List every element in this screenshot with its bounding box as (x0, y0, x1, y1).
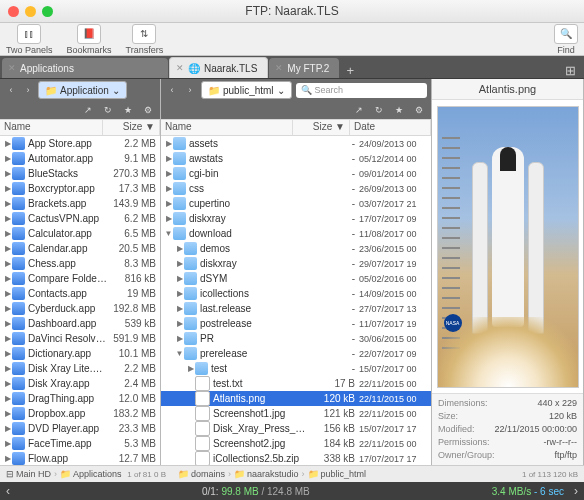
mid-pane: ‹ › 📁public_html ⌄ 🔍Search ↗ ↻ ★ ⚙ Name … (161, 79, 432, 465)
tab-bar: ✕ Applications ✕🌐 Naarak.TLS ✕ My FTP.2 … (0, 56, 584, 79)
list-item[interactable]: ▶PR-30/06/2015 00 (161, 331, 431, 346)
left-pathbar: ‹ › 📁Application ⌄ (0, 79, 160, 101)
find-label: Find (557, 45, 575, 55)
prev-transfer-button[interactable]: ‹ (6, 484, 20, 498)
close-tab-icon[interactable]: ✕ (8, 63, 16, 73)
left-breadcrumb[interactable]: ⊟ Main HD› 📁 Applications 1 of 81 0 B (0, 465, 172, 482)
list-item[interactable]: iCollections2.5b.zip338 kB17/07/2017 17 (161, 451, 431, 465)
folder-icon: 📁 (208, 85, 220, 96)
list-item[interactable]: ▶Flow.app12.7 MB (0, 451, 160, 465)
share-icon[interactable]: ↗ (353, 104, 365, 116)
list-item[interactable]: ▶DaVinci Resolve.app591.9 MB (0, 331, 160, 346)
transfers-button[interactable]: ⇅ (132, 24, 156, 44)
bookmarks-label: Bookmarks (67, 45, 112, 55)
window-title: FTP: Naarak.TLS (0, 4, 584, 18)
list-item[interactable]: test.txt17 B22/11/2015 00 (161, 376, 431, 391)
list-item[interactable]: Screenshot2.jpg184 kB22/11/2015 00 (161, 436, 431, 451)
list-item[interactable]: ▶DVD Player.app23.3 MB (0, 421, 160, 436)
reload-icon[interactable]: ↻ (102, 104, 114, 116)
list-item[interactable]: ▶Disk Xray Lite.app2.2 MB (0, 361, 160, 376)
preview-title: Atlantis.png (432, 79, 583, 100)
next-transfer-button[interactable]: › (564, 484, 578, 498)
tab-label: Naarak.TLS (204, 63, 257, 74)
left-columns[interactable]: Name Size ▼ (0, 119, 160, 136)
tab-myftp2[interactable]: ✕ My FTP.2 (269, 58, 339, 78)
list-item[interactable]: ▶Automator.app9.1 MB (0, 151, 160, 166)
col-name[interactable]: Name (161, 120, 293, 135)
list-item[interactable]: ▶Calculator.app6.5 MB (0, 226, 160, 241)
preview-image: NASA (432, 100, 583, 393)
star-icon[interactable]: ★ (122, 104, 134, 116)
list-item[interactable]: ▶Dictionary.app10.1 MB (0, 346, 160, 361)
list-item[interactable]: ▶App Store.app2.2 MB (0, 136, 160, 151)
reload-icon[interactable]: ↻ (373, 104, 385, 116)
list-item[interactable]: ▶test-15/07/2017 00 (161, 361, 431, 376)
list-item[interactable]: ▶demos-23/06/2015 00 (161, 241, 431, 256)
list-item[interactable]: ▶icollections-14/09/2015 00 (161, 286, 431, 301)
list-item[interactable]: ▶BlueStacks270.3 MB (0, 166, 160, 181)
bookmarks-button[interactable]: 📕 (77, 24, 101, 44)
list-item[interactable]: ▶Compare Folders…816 kB (0, 271, 160, 286)
col-size[interactable]: Size ▼ (103, 120, 160, 135)
left-file-list[interactable]: ▶App Store.app2.2 MB▶Automator.app9.1 MB… (0, 136, 160, 465)
list-item[interactable]: ▶Disk Xray.app2.4 MB (0, 376, 160, 391)
list-item[interactable]: ▶diskxray-17/07/2017 09 (161, 211, 431, 226)
two-panels-label: Two Panels (6, 45, 53, 55)
list-item[interactable]: ▶Dashboard.app539 kB (0, 316, 160, 331)
tab-applications[interactable]: ✕ Applications (2, 58, 168, 78)
list-item[interactable]: ▶cupertino-03/07/2017 21 (161, 196, 431, 211)
list-item[interactable]: ▶css-26/09/2013 00 (161, 181, 431, 196)
list-item[interactable]: ▶Cyberduck.app192.8 MB (0, 301, 160, 316)
list-item[interactable]: ▶cgi-bin-09/01/2014 00 (161, 166, 431, 181)
back-button[interactable]: ‹ (165, 83, 179, 97)
search-input[interactable]: 🔍Search (296, 83, 427, 98)
preview-metadata: Dimensions:440 x 229 Size:120 kB Modifie… (432, 393, 583, 465)
list-item[interactable]: ▶FaceTime.app5.3 MB (0, 436, 160, 451)
path-segment[interactable]: 📁Application ⌄ (38, 81, 127, 99)
list-item[interactable]: ▶Dropbox.app183.2 MB (0, 406, 160, 421)
fwd-button[interactable]: › (183, 83, 197, 97)
list-item[interactable]: ▶CactusVPN.app6.2 MB (0, 211, 160, 226)
list-item[interactable]: ▶last.release-27/07/2017 13 (161, 301, 431, 316)
list-item[interactable]: ▼prerelease-22/07/2017 09 (161, 346, 431, 361)
list-item[interactable]: Atlantis.png120 kB22/11/2015 00 (161, 391, 431, 406)
two-panels-button[interactable]: ⫿⫿ (17, 24, 41, 44)
right-pane-toggle-icon[interactable]: ⊞ (562, 62, 578, 78)
back-button[interactable]: ‹ (4, 83, 18, 97)
tab-naarak[interactable]: ✕🌐 Naarak.TLS (169, 57, 268, 78)
list-item[interactable]: Disk_Xray_Press_Rele…156 kB15/07/2017 17 (161, 421, 431, 436)
transfers-label: Transfers (126, 45, 164, 55)
list-item[interactable]: ▶Brackets.app143.9 MB (0, 196, 160, 211)
mid-breadcrumb[interactable]: 📁 domains› 📁 naarakstudio› 📁 public_html… (172, 465, 584, 482)
preview-pane: Atlantis.png NASA Dimensions:440 x 229 S… (432, 79, 584, 465)
mid-columns[interactable]: Name Size ▼ Date (161, 119, 431, 136)
mid-file-list[interactable]: ▶assets-24/09/2013 00▶awstats-05/12/2014… (161, 136, 431, 465)
col-date[interactable]: Date (350, 120, 431, 135)
list-item[interactable]: ▶awstats-05/12/2014 00 (161, 151, 431, 166)
list-item[interactable]: ▶diskxray-29/07/2017 19 (161, 256, 431, 271)
fwd-button[interactable]: › (21, 83, 35, 97)
main-toolbar: ⫿⫿ Two Panels 📕 Bookmarks ⇅ Transfers 🔍 … (0, 23, 584, 56)
list-item[interactable]: ▶Calendar.app20.5 MB (0, 241, 160, 256)
path-segment[interactable]: 📁public_html ⌄ (201, 81, 292, 99)
gear-icon[interactable]: ⚙ (142, 104, 154, 116)
list-item[interactable]: ▶Chess.app8.3 MB (0, 256, 160, 271)
close-tab-icon[interactable]: ✕ (176, 63, 184, 73)
list-item[interactable]: ▶assets-24/09/2013 00 (161, 136, 431, 151)
list-item[interactable]: ▶dSYM-05/02/2016 00 (161, 271, 431, 286)
star-icon[interactable]: ★ (393, 104, 405, 116)
close-tab-icon[interactable]: ✕ (275, 63, 283, 73)
col-name[interactable]: Name (0, 120, 103, 135)
list-item[interactable]: ▶postrelease-11/07/2017 19 (161, 316, 431, 331)
list-item[interactable]: ▶Boxcryptor.app17.3 MB (0, 181, 160, 196)
find-button[interactable]: 🔍 (554, 24, 578, 44)
gear-icon[interactable]: ⚙ (413, 104, 425, 116)
list-item[interactable]: ▼download-11/08/2017 00 (161, 226, 431, 241)
list-item[interactable]: ▶DragThing.app12.0 MB (0, 391, 160, 406)
new-tab-button[interactable]: + (342, 62, 358, 78)
titlebar: FTP: Naarak.TLS (0, 0, 584, 23)
share-icon[interactable]: ↗ (82, 104, 94, 116)
list-item[interactable]: ▶Contacts.app19 MB (0, 286, 160, 301)
col-size[interactable]: Size ▼ (293, 120, 350, 135)
list-item[interactable]: Screenshot1.jpg121 kB22/11/2015 00 (161, 406, 431, 421)
